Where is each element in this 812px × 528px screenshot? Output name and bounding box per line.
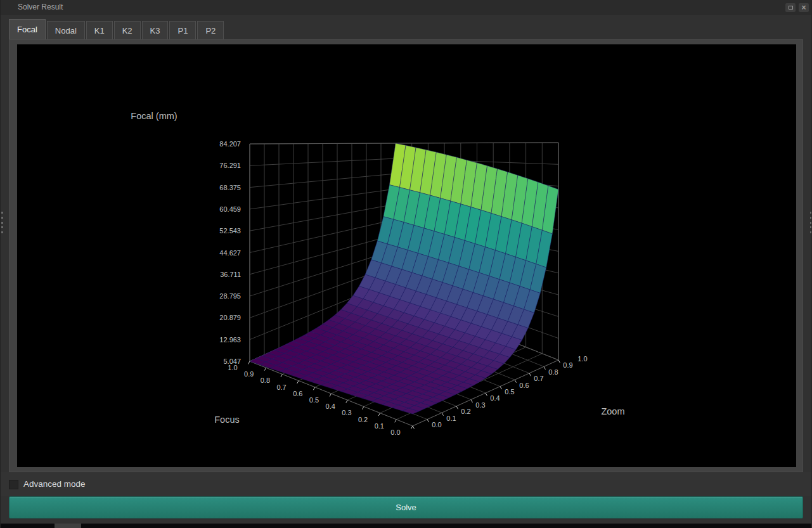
svg-text:0.0: 0.0 <box>390 428 400 436</box>
titlebar[interactable]: Solver Result × <box>1 0 812 15</box>
svg-text:36.711: 36.711 <box>220 271 241 278</box>
solve-button[interactable]: Solve <box>9 496 803 518</box>
svg-text:0.9: 0.9 <box>244 370 254 378</box>
tab-p1[interactable]: P1 <box>169 21 196 39</box>
svg-text:68.375: 68.375 <box>219 184 241 191</box>
svg-text:0.3: 0.3 <box>475 401 485 409</box>
tab-nodal[interactable]: Nodal <box>47 21 85 39</box>
svg-text:0.7: 0.7 <box>276 383 286 391</box>
svg-text:44.627: 44.627 <box>219 249 241 257</box>
z-axis-title: Focal (mm) <box>131 111 177 121</box>
svg-text:28.795: 28.795 <box>219 292 241 300</box>
svg-text:0.5: 0.5 <box>505 388 514 396</box>
svg-text:20.879: 20.879 <box>219 314 241 321</box>
svg-text:84.207: 84.207 <box>219 140 241 148</box>
svg-text:0.8: 0.8 <box>548 368 558 376</box>
tab-k2[interactable]: K2 <box>114 21 141 39</box>
solver-result-window: Solver Result × Focal Nodal K1 K2 K3 P1 … <box>0 0 812 528</box>
close-icon: × <box>801 4 806 11</box>
tab-p2[interactable]: P2 <box>197 21 224 39</box>
svg-text:0.4: 0.4 <box>490 394 499 402</box>
svg-text:1.0: 1.0 <box>228 364 237 371</box>
advanced-mode-label: Advanced mode <box>23 479 86 489</box>
restore-button[interactable] <box>785 3 796 12</box>
background-strip <box>1 524 812 528</box>
svg-text:12.963: 12.963 <box>219 336 241 344</box>
svg-text:52.543: 52.543 <box>219 227 241 235</box>
svg-text:0.8: 0.8 <box>261 377 270 384</box>
svg-text:0.7: 0.7 <box>534 375 543 382</box>
right-resize-grip[interactable] <box>809 212 812 233</box>
svg-text:0.2: 0.2 <box>461 408 470 415</box>
left-resize-grip[interactable] <box>1 212 4 233</box>
footer-row: Advanced mode <box>1 472 812 496</box>
tab-k3[interactable]: K3 <box>142 21 169 39</box>
svg-text:60.459: 60.459 <box>219 205 241 213</box>
svg-text:0.6: 0.6 <box>293 390 302 397</box>
solve-button-label: Solve <box>396 503 416 512</box>
svg-text:0.0: 0.0 <box>432 421 441 428</box>
focus-axis-title: Focus <box>214 415 240 425</box>
zoom-axis-title: Zoom <box>601 406 624 416</box>
tab-focal[interactable]: Focal <box>9 19 46 39</box>
svg-text:0.4: 0.4 <box>326 402 335 410</box>
svg-text:76.291: 76.291 <box>219 162 241 169</box>
svg-text:0.6: 0.6 <box>519 382 529 389</box>
svg-text:0.3: 0.3 <box>342 409 351 416</box>
background-window-edge <box>55 524 81 528</box>
svg-text:0.9: 0.9 <box>563 361 572 369</box>
tab-k1[interactable]: K1 <box>86 21 113 39</box>
window-title: Solver Result <box>18 3 63 11</box>
z-axis-labels: 5.04712.96320.87928.79536.71144.62752.54… <box>219 140 241 365</box>
svg-text:1.0: 1.0 <box>577 355 587 363</box>
surface-plot[interactable]: 5.04712.96320.87928.79536.71144.62752.54… <box>17 44 796 467</box>
svg-text:0.1: 0.1 <box>446 415 456 422</box>
surface-mesh <box>250 143 558 414</box>
svg-text:0.5: 0.5 <box>309 396 319 404</box>
tab-bar: Focal Nodal K1 K2 K3 P1 P2 <box>9 19 225 39</box>
window-restore-icon <box>789 6 793 10</box>
svg-text:0.2: 0.2 <box>358 416 368 423</box>
svg-text:0.1: 0.1 <box>375 422 384 430</box>
close-button[interactable]: × <box>799 3 809 12</box>
advanced-mode-checkbox[interactable] <box>9 480 18 489</box>
